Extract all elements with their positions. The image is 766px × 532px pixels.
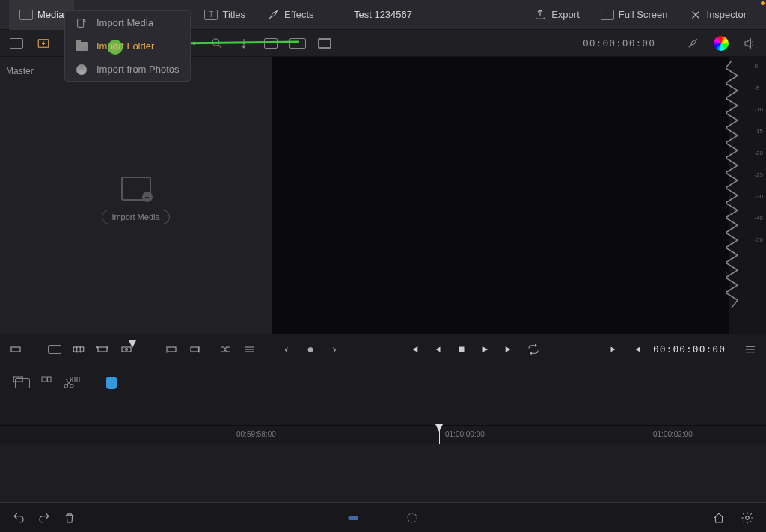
page-cut-icon[interactable] [347, 511, 361, 525]
play-button[interactable] [479, 343, 492, 356]
inspector-button[interactable]: Inspector [678, 0, 757, 30]
trim-in-tool[interactable] [165, 343, 178, 356]
inspector-label: Inspector [707, 9, 747, 20]
color-wheel-icon[interactable] [714, 36, 729, 51]
svg-rect-9 [168, 347, 177, 352]
go-out-button[interactable] [631, 343, 644, 356]
marker-dot[interactable]: ● [304, 343, 317, 356]
transport-bar: ‹ ● › 00:00:00:00 [0, 334, 766, 364]
svg-rect-2 [78, 19, 84, 27]
aspect-button-2[interactable] [287, 33, 308, 54]
go-start-button[interactable] [407, 343, 420, 356]
svg-rect-7 [122, 347, 131, 352]
folder-icon [76, 41, 88, 52]
overwrite-tool[interactable] [48, 343, 61, 356]
playback-group [407, 343, 540, 356]
redo-button[interactable] [37, 511, 51, 525]
transition-group [218, 343, 256, 356]
inspector-icon [689, 8, 702, 22]
svg-point-18 [408, 513, 417, 522]
insert-tool[interactable] [9, 343, 22, 356]
nav-arrow-group: ‹ ● › [280, 343, 341, 356]
effects-tab[interactable]: Effects [256, 0, 325, 30]
go-in-button[interactable] [607, 343, 620, 356]
delete-button[interactable] [63, 511, 76, 525]
timeline-ruler[interactable]: 00:59:58:0001:00:00:0001:00:02:00 [0, 426, 766, 444]
effects-icon [266, 8, 280, 22]
import-media-item-label: Import Media [96, 17, 153, 28]
replace-tool[interactable] [72, 343, 85, 356]
timecode-mark: 01:00:00:00 [445, 430, 485, 438]
loop-button[interactable] [527, 343, 540, 356]
home-button[interactable] [712, 511, 726, 525]
import-dropdown: Import Media Import Folder Import from P… [64, 10, 191, 82]
master-folder-label[interactable]: Master [6, 66, 34, 76]
titles-tab-label: Titles [222, 9, 245, 20]
notification-dot [761, 1, 765, 5]
transport-timecode[interactable]: 00:00:00:00 [653, 343, 726, 355]
prev-arrow[interactable]: ‹ [280, 343, 293, 356]
audio-waveform-icon [726, 61, 738, 308]
bottom-bar [0, 502, 766, 532]
playhead-head-icon [435, 424, 443, 432]
top-right-tabs: Export Full Screen Inspector [523, 0, 757, 30]
next-arrow[interactable]: › [328, 343, 341, 356]
search-button[interactable] [206, 33, 227, 54]
panel-layout-button[interactable] [6, 33, 27, 54]
stop-button[interactable] [455, 343, 468, 356]
audio-meter: 0 -5 -10 -15 -20 -25 -30 -40 -50 [729, 57, 766, 334]
import-dropdown-button[interactable] [33, 33, 54, 54]
page-loading-icon[interactable] [405, 511, 419, 525]
export-label: Export [551, 9, 580, 20]
svg-rect-5 [73, 347, 84, 352]
fullscreen-label: Full Screen [619, 9, 668, 20]
track-tool-column [13, 374, 117, 392]
step-back-button[interactable] [431, 343, 444, 356]
main-area: Master Import Media 0 -5 -10 -15 -20 -25… [0, 57, 766, 334]
transition-tool-2[interactable] [242, 343, 256, 356]
svg-point-19 [746, 516, 750, 519]
import-media-item-icon [76, 18, 88, 28]
menu-button[interactable] [744, 343, 757, 356]
titles-tab[interactable]: T Titles [194, 0, 256, 30]
playhead[interactable] [439, 426, 440, 444]
svg-rect-6 [98, 347, 107, 352]
bottom-right-group [712, 511, 754, 525]
sort-button[interactable] [233, 33, 254, 54]
fullscreen-button[interactable]: Full Screen [590, 0, 678, 30]
svg-rect-4 [11, 347, 20, 352]
viewer-panel[interactable]: 0 -5 -10 -15 -20 -25 -30 -40 -50 [272, 57, 766, 334]
trim-tool-group [165, 343, 202, 356]
photos-icon [76, 64, 88, 75]
transition-tool-1[interactable] [218, 343, 232, 356]
aspect-button-1[interactable] [260, 33, 281, 54]
import-folder-item-label: Import Folder [96, 40, 154, 52]
fit-tool[interactable] [96, 343, 109, 356]
project-title: Test 1234567 [354, 9, 412, 20]
import-photos-item[interactable]: Import from Photos [65, 58, 190, 81]
media-pool[interactable]: Master Import Media [0, 57, 272, 334]
export-button[interactable]: Export [523, 0, 590, 30]
import-folder-item[interactable]: Import Folder [65, 34, 190, 58]
razor-tool[interactable] [60, 374, 78, 392]
effect-button[interactable] [682, 33, 703, 54]
import-media-button[interactable]: Import Media [102, 210, 169, 224]
marker-tool[interactable] [106, 377, 117, 389]
track-view-tool[interactable] [13, 374, 31, 392]
go-end-button[interactable] [503, 343, 516, 356]
aspect-button-3[interactable] [314, 33, 335, 54]
timeline-tools [0, 364, 766, 425]
svg-rect-10 [191, 347, 199, 352]
undo-button[interactable] [12, 511, 25, 525]
import-media-item[interactable]: Import Media [65, 11, 190, 34]
timecode-mark: 00:59:58:00 [236, 430, 276, 438]
svg-point-1 [212, 39, 219, 46]
settings-button[interactable] [741, 511, 754, 525]
trim-out-tool[interactable] [189, 343, 202, 356]
speaker-button[interactable] [739, 33, 760, 54]
viewer-timecode: 00:00:00:00 [583, 37, 655, 49]
export-icon [533, 8, 547, 22]
svg-point-8 [126, 348, 128, 350]
svg-rect-17 [349, 516, 358, 520]
meter-scale: 0 -5 -10 -15 -20 -25 -30 -40 -50 [754, 63, 763, 243]
